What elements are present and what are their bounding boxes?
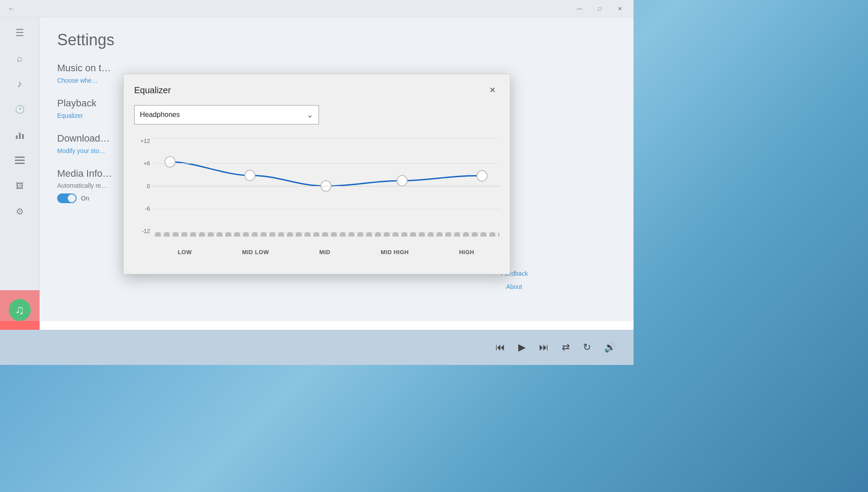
x-label-midlow: MID LOW bbox=[242, 249, 269, 255]
dot bbox=[164, 232, 170, 237]
dots-row bbox=[153, 232, 499, 237]
dialog-close-button[interactable]: ✕ bbox=[485, 83, 499, 97]
grid-line-top bbox=[153, 138, 499, 138]
dot bbox=[375, 232, 381, 237]
dot bbox=[243, 232, 249, 237]
volume-button[interactable]: 🔊 bbox=[604, 342, 616, 353]
dialog-title: Equalizer bbox=[134, 85, 171, 95]
dot bbox=[269, 232, 275, 237]
eq-x-labels: LOW MID LOW MID MID HIGH HIGH bbox=[153, 243, 499, 261]
dot bbox=[419, 232, 425, 237]
dot bbox=[296, 232, 302, 237]
dot bbox=[463, 232, 469, 237]
eq-svg bbox=[153, 133, 499, 241]
dot bbox=[472, 232, 478, 237]
dot bbox=[401, 232, 407, 237]
dot bbox=[454, 232, 460, 237]
app-window: ← — □ ✕ ☰ ⌕ ♪ 🕐 🖼 ⚙ ♫ bbox=[0, 0, 634, 365]
dot bbox=[436, 232, 443, 237]
dot bbox=[410, 232, 416, 237]
playback-bar: ⏮ ▶ ⏭ ⇄ ↻ 🔊 bbox=[0, 330, 634, 365]
dot bbox=[172, 232, 179, 237]
dot bbox=[252, 232, 258, 237]
dot bbox=[287, 232, 293, 237]
eq-y-labels: +12 +6 0 -6 -12 bbox=[134, 133, 150, 239]
y-label-neg12: -12 bbox=[134, 228, 150, 234]
shuffle-button[interactable]: ⇄ bbox=[562, 342, 570, 353]
dot bbox=[278, 232, 284, 237]
eq-handle-midhigh[interactable] bbox=[397, 175, 407, 186]
dot bbox=[225, 232, 231, 237]
grid-line-0 bbox=[153, 186, 499, 186]
dot bbox=[155, 232, 161, 237]
eq-handle-high[interactable] bbox=[477, 171, 487, 181]
dot bbox=[480, 232, 487, 237]
x-label-mid: MID bbox=[319, 249, 330, 255]
dot bbox=[357, 232, 363, 237]
y-label-6: +6 bbox=[134, 160, 150, 167]
dot bbox=[260, 232, 267, 237]
dot bbox=[489, 232, 495, 237]
y-label-0: 0 bbox=[134, 183, 150, 190]
repeat-button[interactable]: ↻ bbox=[583, 342, 591, 353]
eq-handle-low[interactable] bbox=[165, 157, 175, 167]
preset-dropdown[interactable]: Headphones ⌄ bbox=[134, 105, 319, 124]
dot bbox=[348, 232, 355, 237]
y-label-neg6: -6 bbox=[134, 205, 150, 212]
dot bbox=[190, 232, 196, 237]
dot bbox=[445, 232, 451, 237]
y-label-12: +12 bbox=[134, 138, 150, 144]
eq-graph-area bbox=[153, 133, 499, 241]
next-track-button[interactable]: ⏭ bbox=[539, 342, 549, 353]
dot bbox=[428, 232, 434, 237]
dot bbox=[366, 232, 372, 237]
dot bbox=[181, 232, 187, 237]
dialog-header: Equalizer ✕ bbox=[134, 83, 499, 97]
dot bbox=[199, 232, 205, 237]
dot bbox=[384, 232, 390, 237]
equalizer-dialog: Equalizer ✕ Headphones ⌄ +12 +6 0 -6 -12 bbox=[123, 74, 510, 274]
dot bbox=[234, 232, 240, 237]
x-label-midhigh: MID HIGH bbox=[381, 249, 409, 255]
x-label-high: HIGH bbox=[459, 249, 474, 255]
eq-handle-midlow[interactable] bbox=[245, 170, 255, 181]
prev-track-button[interactable]: ⏮ bbox=[495, 342, 505, 353]
dot bbox=[340, 232, 346, 237]
dot bbox=[313, 232, 319, 237]
grid-line-neg6 bbox=[153, 209, 499, 209]
dot bbox=[331, 232, 337, 237]
dot bbox=[498, 232, 499, 237]
dot bbox=[216, 232, 223, 237]
dot bbox=[304, 232, 311, 237]
dropdown-arrow-icon: ⌄ bbox=[307, 110, 313, 120]
eq-chart: +12 +6 0 -6 -12 bbox=[134, 133, 499, 261]
dot bbox=[392, 232, 399, 237]
grid-line-6 bbox=[153, 163, 499, 164]
dot bbox=[208, 232, 214, 237]
play-button[interactable]: ▶ bbox=[518, 342, 526, 353]
x-label-low: LOW bbox=[178, 249, 192, 255]
preset-label: Headphones bbox=[140, 111, 180, 119]
dot bbox=[322, 232, 328, 237]
